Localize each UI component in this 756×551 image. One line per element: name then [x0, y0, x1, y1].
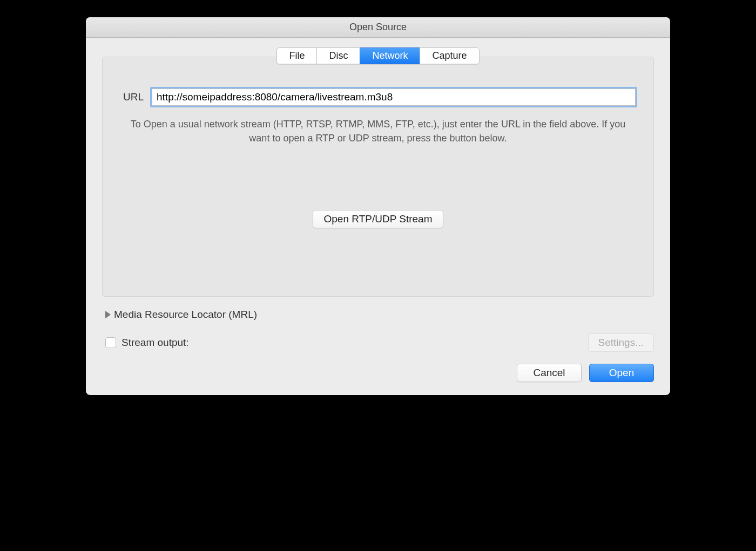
stream-output-row: Stream output: Settings...	[105, 334, 654, 352]
mrl-disclosure[interactable]: Media Resource Locator (MRL)	[105, 309, 654, 321]
open-rtp-udp-button[interactable]: Open RTP/UDP Stream	[313, 210, 444, 228]
open-button[interactable]: Open	[589, 364, 654, 382]
cancel-button[interactable]: Cancel	[517, 364, 582, 382]
disclosure-triangle-icon	[105, 311, 111, 318]
mrl-label: Media Resource Locator (MRL)	[114, 309, 257, 321]
tab-disc[interactable]: Disc	[316, 47, 360, 64]
stream-output-checkbox[interactable]	[105, 337, 116, 348]
url-input[interactable]	[152, 89, 636, 106]
open-source-dialog: Open Source File Disc Network Capture UR…	[86, 17, 670, 395]
tab-file[interactable]: File	[276, 47, 316, 64]
stream-output-left: Stream output:	[105, 337, 189, 349]
settings-button: Settings...	[588, 334, 654, 352]
tabs-container: File Disc Network Capture	[102, 38, 654, 64]
window-title: Open Source	[349, 22, 407, 33]
tab-capture[interactable]: Capture	[420, 47, 479, 64]
rtp-button-row: Open RTP/UDP Stream	[119, 210, 637, 228]
window-titlebar: Open Source	[86, 17, 670, 38]
footer-buttons: Cancel Open	[102, 364, 654, 382]
network-panel: URL To Open a usual network stream (HTTP…	[102, 57, 654, 297]
source-tabs: File Disc Network Capture	[276, 47, 479, 64]
network-help-text: To Open a usual network stream (HTTP, RT…	[119, 117, 637, 145]
url-input-focus-ring	[150, 87, 637, 107]
tab-network[interactable]: Network	[360, 47, 420, 64]
url-label: URL	[123, 91, 144, 103]
dialog-content: File Disc Network Capture URL To Open a …	[86, 38, 670, 395]
url-row: URL	[119, 87, 637, 107]
stream-output-label: Stream output:	[122, 337, 189, 349]
